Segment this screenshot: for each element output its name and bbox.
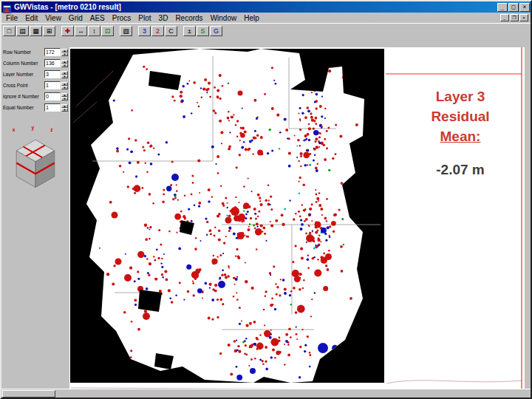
cross-point-spinner: ▲▼ <box>61 82 68 89</box>
toolbar-button[interactable]: ✚ <box>61 26 74 36</box>
equal-number-input[interactable] <box>44 103 61 112</box>
grid-position-fields: Row Number▲▼Column Number▲▼Layer Number▲… <box>1 47 69 113</box>
field-row-number: Row Number▲▼ <box>1 47 69 58</box>
toolbar-button[interactable]: C <box>165 26 177 36</box>
map-group <box>70 49 384 383</box>
toolbar-button[interactable]: S <box>197 26 209 36</box>
equal-number-spinner: ▲▼ <box>61 104 68 112</box>
field-label: Equal Number <box>3 105 44 110</box>
field-label: Ignore # Number <box>3 94 44 99</box>
toolbar-separator <box>178 26 183 36</box>
minimize-button[interactable]: _ <box>497 3 508 12</box>
toolbar-button[interactable]: ↕ <box>88 26 100 36</box>
annotation-line-3: Mean: <box>397 126 524 146</box>
ignore-number-spinner: ▲▼ <box>61 93 68 100</box>
menu-item-records[interactable]: Records <box>171 14 206 22</box>
menu-item-file[interactable]: File <box>2 14 21 22</box>
menu-item-aes[interactable]: AES <box>86 14 109 22</box>
app-window: GWVistas - [metro 0210 result] _ □ × Fil… <box>0 0 532 399</box>
ignore-number-input[interactable] <box>44 92 61 100</box>
title-bar[interactable]: GWVistas - [metro 0210 result] _ □ × <box>1 1 531 13</box>
active-region <box>86 49 364 383</box>
annotation-line-2: Residual <box>397 106 524 126</box>
toolbar: □▤▦⊞✚↔↕⊡▧32C±SG <box>1 23 531 38</box>
spinner-down-button[interactable]: ▼ <box>61 86 68 89</box>
app-icon <box>3 3 11 11</box>
scrollbar-thumb[interactable] <box>2 390 55 398</box>
toolbar-button[interactable]: ▧ <box>120 26 132 36</box>
toolbar-button[interactable]: ▦ <box>30 26 42 36</box>
toolbar-button[interactable]: ⊞ <box>43 26 55 36</box>
menu-item-view[interactable]: View <box>41 14 65 22</box>
cross-point-input[interactable] <box>44 81 61 89</box>
menu-item-help[interactable]: Help <box>240 14 263 22</box>
layer-number-input[interactable] <box>44 70 61 78</box>
axis-x-label: x <box>13 127 16 132</box>
spinner-down-button[interactable]: ▼ <box>61 64 68 67</box>
mdi-restore-button[interactable]: ❐ <box>510 14 519 21</box>
menu-item-procs[interactable]: Procs <box>109 14 135 22</box>
field-column-number: Column Number▲▼ <box>1 58 69 69</box>
row-number-spinner: ▲▼ <box>61 49 68 56</box>
spinner-down-button[interactable]: ▼ <box>61 75 68 78</box>
annotation-value: -2.07 m <box>397 160 524 180</box>
menu-item-3d[interactable]: 3D <box>155 14 172 22</box>
grid-orientation-cube: x y z <box>8 125 63 193</box>
menu-item-grid[interactable]: Grid <box>65 14 86 22</box>
toolbar-button[interactable]: 3 <box>138 26 151 36</box>
annotation-line-1: Layer 3 <box>397 86 524 106</box>
toolbar-separator <box>133 26 137 36</box>
axis-y-label: y <box>31 125 34 131</box>
toolbar-separator <box>56 26 61 36</box>
field-label: Column Number <box>3 61 44 66</box>
field-layer-number: Layer Number▲▼ <box>1 69 69 80</box>
spinner-down-button[interactable]: ▼ <box>61 97 68 100</box>
spinner-down-button[interactable]: ▼ <box>61 52 68 56</box>
column-number-spinner: ▲▼ <box>61 60 68 67</box>
menu-item-edit[interactable]: Edit <box>21 14 41 22</box>
axis-z-label: z <box>50 127 52 132</box>
map-canvas[interactable]: Layer 3 Residual Mean: -2.07 m <box>69 38 531 389</box>
menu-bar: FileEditViewGridAESProcsPlot3DRecordsWin… <box>1 13 531 23</box>
toolbar-button[interactable]: □ <box>3 26 16 36</box>
field-ignore-number: Ignore # Number▲▼ <box>1 91 69 102</box>
toolbar-button[interactable]: 2 <box>151 26 164 36</box>
sidebar-panel: Row Number▲▼Column Number▲▼Layer Number▲… <box>1 38 69 389</box>
mdi-controls: _ ❐ × <box>500 14 528 21</box>
window-title: GWVistas - [metro 0210 result] <box>14 3 497 11</box>
right-margin <box>525 38 531 391</box>
field-label: Cross Point <box>3 83 44 88</box>
toolbar-button[interactable]: ⊡ <box>101 26 114 36</box>
column-number-input[interactable] <box>44 59 61 67</box>
mdi-close-button[interactable]: × <box>519 14 528 21</box>
field-label: Row Number <box>3 50 44 55</box>
toolbar-button[interactable]: ± <box>183 26 196 36</box>
mdi-minimize-button[interactable]: _ <box>500 14 509 21</box>
layer-number-spinner: ▲▼ <box>61 71 68 78</box>
field-cross-point: Cross Point▲▼ <box>1 80 69 91</box>
toolbar-button[interactable]: G <box>210 26 222 36</box>
field-equal-number: Equal Number▲▼ <box>1 102 69 113</box>
close-button[interactable]: × <box>519 3 530 12</box>
toolbar-separator <box>115 26 119 36</box>
row-number-input[interactable] <box>44 48 61 56</box>
toolbar-button[interactable]: ▤ <box>16 26 29 36</box>
spinner-down-button[interactable]: ▼ <box>61 108 68 112</box>
residual-annotation: Layer 3 Residual Mean: -2.07 m <box>397 86 524 180</box>
horizontal-scrollbar[interactable] <box>1 389 531 398</box>
client-area: Row Number▲▼Column Number▲▼Layer Number▲… <box>1 38 531 389</box>
maximize-button[interactable]: □ <box>508 3 519 12</box>
menu-items: FileEditViewGridAESProcsPlot3DRecordsWin… <box>2 14 263 22</box>
field-label: Layer Number <box>3 72 44 77</box>
menu-item-plot[interactable]: Plot <box>134 14 154 22</box>
toolbar-button[interactable]: ↔ <box>75 26 87 36</box>
menu-item-window[interactable]: Window <box>207 14 241 22</box>
